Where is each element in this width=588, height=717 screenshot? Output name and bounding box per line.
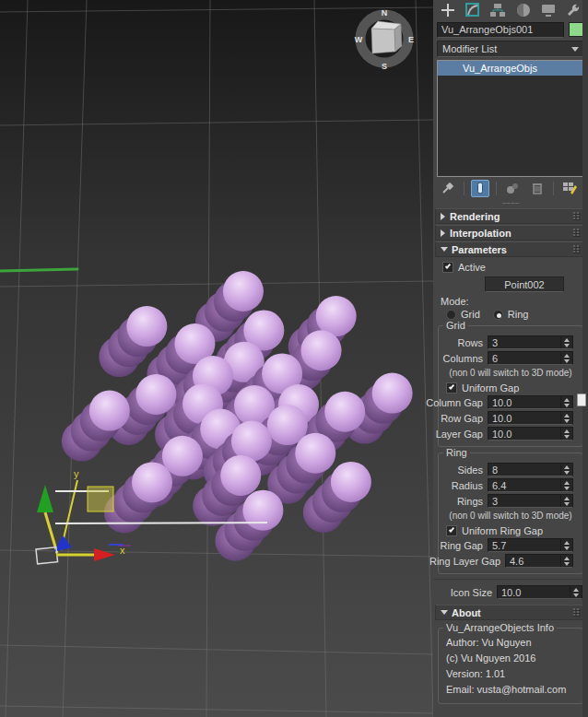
about-group: Vu_ArrangeObjects Info Author: Vu Nguyen… [438,628,583,704]
rollout-parameters[interactable]: Parameters [435,241,586,257]
drag-handle-icon [573,245,581,253]
sides-label: Sides [457,464,483,476]
column-gap-spinner[interactable]: 10.0 [488,395,573,409]
rollout-rendering[interactable]: Rendering [435,208,586,224]
toolbar-separator [553,182,554,195]
mode-radio-grid[interactable]: Grid [446,309,480,320]
spinner-arrows-icon[interactable] [560,352,572,364]
svg-text:y: y [74,468,79,479]
show-end-result-button[interactable] [471,180,489,197]
ring-gap-label: Ring Gap [441,540,483,551]
ring-gap-spinner[interactable]: 5.7 [488,538,573,552]
make-unique-button[interactable] [503,180,522,197]
group-title: Ring [443,447,470,458]
uniform-gap-checkbox[interactable]: Uniform Gap [446,382,579,394]
spinner-arrows-icon[interactable] [560,428,572,440]
columns-value: 6 [488,352,560,364]
toolbar-separator [464,182,465,195]
utilities-icon [565,2,582,18]
spinner-arrows-icon[interactable] [560,336,572,348]
display-icon [540,2,557,18]
uniform-ring-gap-label: Uniform Ring Gap [462,525,543,536]
motion-tab[interactable] [511,0,535,19]
about-email-line: Email: vusta@hotmail.com [446,684,577,695]
create-icon [440,2,456,18]
rollout-interpolation[interactable]: Interpolation [435,225,586,241]
rollout-about[interactable]: About [435,605,586,620]
row-gap-spinner[interactable]: 10.0 [488,411,573,425]
splitter-glyph: ~~~~ [502,201,520,206]
rows-label: Rows [457,337,483,348]
svg-text:W: W [355,35,363,44]
ring-layer-gap-label: Ring Layer Gap [429,556,500,567]
display-tab[interactable] [535,0,560,19]
spinner-arrows-icon[interactable] [570,586,582,598]
point-picker-button[interactable]: Point002 [485,276,564,292]
rollout-title: Parameters [452,244,507,255]
row-gap-label: Row Gap [441,413,483,424]
chevron-right-icon [441,229,445,237]
configure-modifier-sets-button[interactable] [560,180,579,197]
spinner-arrows-icon[interactable] [560,539,572,551]
show-end-result-icon [475,182,486,194]
mode-grid-label: Grid [461,309,480,320]
modifier-name: Vu_ArrangeObjs [463,63,537,74]
modify-icon [465,2,481,18]
viewport-3d[interactable]: xyNWES [0,0,433,717]
chevron-down-icon [441,247,448,252]
grid-group: Grid Rows 3 Columns 6 (non 0 will switch… [438,325,583,447]
remove-modifier-button[interactable] [528,180,547,197]
about-version-line: Version: 1.01 [446,668,577,679]
spinner-arrows-icon[interactable] [560,464,572,476]
mode-radio-ring[interactable]: Ring [493,309,529,320]
panel-scrollbar-thumb[interactable] [577,394,586,406]
uniform-ring-gap-checkbox[interactable]: Uniform Ring Gap [446,525,579,536]
modifier-list-dropdown[interactable]: Modifier List [437,41,584,57]
spinner-arrows-icon[interactable] [560,412,572,424]
sides-value: 8 [488,464,560,476]
about-author-line: Author: Vu Nguyen [446,637,577,648]
active-label: Active [458,262,486,273]
sides-spinner[interactable]: 8 [488,463,573,476]
radius-label: Radius [452,480,483,491]
3dsmax-window: xyNWES Vu_ [0,0,588,717]
columns-label: Columns [443,353,483,364]
chevron-down-icon [441,610,448,615]
spinner-arrows-icon[interactable] [560,396,572,408]
radio-icon [446,310,456,320]
rings-spinner[interactable]: 3 [488,494,573,508]
modifier-stack[interactable]: Vu_ArrangeObjs [437,60,584,177]
ring-3d-mode-note: (non 0 will switch to 3D mode) [442,511,579,521]
spinner-arrows-icon[interactable] [560,495,572,507]
rollout-title: About [452,607,481,618]
layer-gap-label: Layer Gap [436,429,483,440]
rings-label: Rings [457,496,483,507]
rollout-splitter-handle[interactable]: ~~~~ [433,199,588,207]
layer-gap-spinner[interactable]: 10.0 [488,427,573,441]
hierarchy-tab[interactable] [486,0,511,19]
chevron-down-icon [571,47,579,52]
row-gap-value: 10.0 [488,412,560,424]
icon-size-row: Icon Size 10.0 [433,579,588,599]
modify-tab[interactable] [460,0,485,19]
rows-spinner[interactable]: 3 [488,335,573,349]
modifier-stack-selected-item[interactable]: Vu_ArrangeObjs [438,61,583,76]
active-checkbox[interactable]: Active [442,262,588,273]
panel-scrollbar-track[interactable] [582,0,588,717]
drag-handle-icon [573,212,581,220]
pin-stack-button[interactable] [439,180,457,197]
columns-spinner[interactable]: 6 [488,351,573,365]
drag-handle-icon [573,608,581,617]
icon-size-label: Icon Size [451,587,492,598]
object-color-swatch[interactable] [569,22,583,37]
spinner-arrows-icon[interactable] [560,479,572,491]
object-name-field[interactable]: Vu_ArrangeObjs001 [437,22,564,38]
rows-value: 3 [488,336,560,348]
hierarchy-icon [489,2,506,18]
ring-layer-gap-spinner[interactable]: 4.6 [505,554,573,568]
radio-selected-icon [493,310,503,320]
create-tab[interactable] [435,0,460,19]
icon-size-spinner[interactable]: 10.0 [497,585,582,599]
radius-spinner[interactable]: 6.4 [488,478,573,492]
spinner-arrows-icon[interactable] [560,555,572,567]
